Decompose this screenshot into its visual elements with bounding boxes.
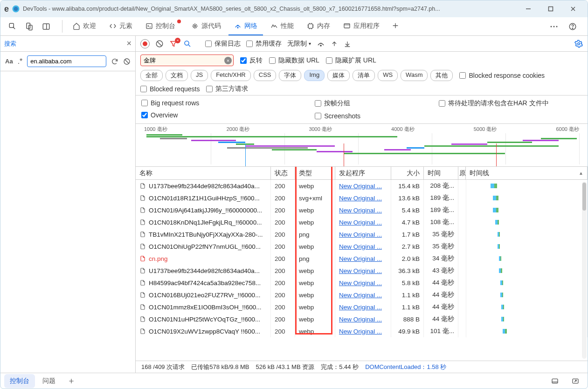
table-row[interactable]: H84599ac94bf7424ca5a3ba928ec758...200web…	[136, 277, 588, 289]
initiator-link[interactable]: New Original ...	[339, 292, 382, 299]
pill-all[interactable]: 全部	[140, 70, 163, 81]
table-row[interactable]: cn.png200pngNew Original ...2.0 kB34 毫秒	[136, 253, 588, 265]
col-waterfall[interactable]: 时间线▲	[466, 167, 588, 179]
har-pending-checkbox[interactable]: 将待处理的请求包含在HAR 文件中	[439, 99, 548, 108]
maximize-button[interactable]	[540, 2, 561, 16]
device-toggle-button[interactable]	[21, 18, 38, 35]
invert-checkbox[interactable]: 反转	[240, 56, 263, 65]
col-name[interactable]: 名称	[136, 167, 271, 179]
refresh-icon[interactable]	[111, 58, 118, 65]
drawer-add-button[interactable]	[63, 373, 80, 389]
pill-ws[interactable]: WS	[378, 70, 398, 81]
tab-sources[interactable]: 源代码	[186, 17, 227, 35]
preserve-log-checkbox[interactable]: 保留日志	[205, 40, 241, 48]
initiator-link[interactable]: New Original ...	[339, 328, 382, 335]
record-button[interactable]	[140, 39, 150, 48]
tab-performance[interactable]: 性能	[265, 17, 299, 35]
table-row[interactable]: O1CN018KnDNq1JleFgkjLRq_!!60000...200web…	[136, 216, 588, 228]
filter-toggle-button[interactable]: ×	[169, 40, 178, 48]
pill-wasm[interactable]: Wasm	[401, 70, 428, 81]
initiator-link[interactable]: New Original ...	[339, 267, 382, 274]
cancel-icon[interactable]	[123, 58, 131, 65]
minimize-button[interactable]	[518, 2, 539, 16]
table-row[interactable]: O1CN01i9Aj641atkjJJ9l6y_!!60000000...200…	[136, 204, 588, 216]
pill-js[interactable]: JS	[191, 70, 208, 81]
clear-button[interactable]	[155, 40, 164, 48]
throttling-select[interactable]: 无限制▾	[287, 40, 311, 48]
col-time[interactable]: 时间	[424, 167, 458, 179]
clear-filter-button[interactable]: ×	[224, 57, 232, 64]
initiator-link[interactable]: New Original ...	[339, 304, 382, 311]
initiator-link[interactable]: New Original ...	[339, 280, 382, 287]
table-row[interactable]: O1CN01mmz8xE1IO0BmI3sOH_!!600...200webpN…	[136, 301, 588, 313]
table-body[interactable]: U1737bee9fb2344de982fc8634ad40a...200web…	[136, 180, 588, 361]
disable-cache-checkbox[interactable]: 禁用缓存	[246, 40, 282, 48]
big-rows-checkbox[interactable]: Big request rows	[141, 99, 199, 107]
tab-application[interactable]: 应用程序	[338, 17, 385, 35]
dock-side-button[interactable]	[38, 18, 55, 35]
table-row[interactable]: U1737bee9fb2344de982fc8634ad40a...200web…	[136, 180, 588, 192]
settings-gear-icon[interactable]	[574, 40, 583, 48]
group-by-frame-checkbox[interactable]: 按帧分组	[315, 99, 360, 108]
table-row[interactable]: TB1vMInX21TBuNjy0FjXXajyXXa-280-...200pn…	[136, 228, 588, 240]
overview-timeline[interactable]: 1000 毫秒 2000 毫秒 3000 毫秒 4000 毫秒 5000 毫秒 …	[136, 124, 588, 167]
overview-checkbox[interactable]: Overview	[141, 111, 199, 119]
pill-doc[interactable]: 文档	[166, 70, 188, 81]
blocked-cookies-checkbox[interactable]: Blocked response cookies	[459, 72, 545, 79]
col-initiator[interactable]: 发起程序	[335, 167, 391, 179]
hide-data-url-checkbox[interactable]: 隐藏数据 URL	[269, 56, 319, 65]
pill-media[interactable]: 媒体	[327, 70, 350, 81]
more-button[interactable]	[546, 18, 562, 35]
tab-network[interactable]: 网络	[228, 17, 263, 35]
tab-console[interactable]: 控制台	[140, 17, 184, 35]
col-status[interactable]: 状态	[271, 167, 295, 179]
inspect-button[interactable]	[4, 18, 21, 35]
tab-welcome[interactable]: 欢迎	[67, 17, 102, 35]
initiator-link[interactable]: New Original ...	[339, 255, 382, 262]
table-row[interactable]: O1CN01OhiUgP22fNY7nmUGL_!!600...200webpN…	[136, 240, 588, 253]
drawer-tab-issues[interactable]: 问题	[37, 374, 61, 388]
pill-fetch[interactable]: Fetch/XHR	[211, 70, 251, 81]
initiator-link[interactable]: New Original ...	[339, 195, 382, 202]
export-har-icon[interactable]	[344, 40, 351, 48]
drawer-tab-console[interactable]: 控制台	[4, 374, 35, 388]
add-tab-button[interactable]	[387, 17, 404, 34]
tab-memory[interactable]: 内存	[301, 17, 336, 35]
screenshots-checkbox[interactable]: Screenshots	[315, 112, 360, 120]
match-case-icon[interactable]: Aa	[5, 58, 13, 65]
hide-ext-url-checkbox[interactable]: 隐藏扩展 URL	[326, 56, 376, 65]
table-row[interactable]: O1CN016BUj021eo2FUZ7RVr_!!6000...200webp…	[136, 289, 588, 301]
third-party-checkbox[interactable]: 第三方请求	[206, 85, 248, 93]
pill-manifest[interactable]: 清单	[353, 70, 375, 81]
initiator-link[interactable]: New Original ...	[339, 183, 382, 190]
col-extra[interactable]: 原	[458, 167, 466, 179]
help-button[interactable]	[564, 18, 581, 35]
import-har-icon[interactable]	[331, 40, 338, 48]
initiator-link[interactable]: New Original ...	[339, 316, 382, 323]
table-row[interactable]: O1CN019X2uWV1zwpp8CVaqY !!600...200webpN…	[136, 325, 588, 337]
blocked-requests-checkbox[interactable]: Blocked requests	[140, 85, 200, 93]
close-window-button[interactable]	[562, 2, 584, 16]
pill-css[interactable]: CSS	[254, 70, 277, 81]
initiator-link[interactable]: New Original ...	[339, 243, 382, 250]
pill-img[interactable]: Img	[304, 70, 325, 81]
initiator-link[interactable]: New Original ...	[339, 207, 382, 214]
search-input[interactable]	[27, 55, 106, 67]
col-type[interactable]: 类型	[295, 167, 335, 179]
regex-icon[interactable]: .*	[18, 57, 23, 66]
pill-font[interactable]: 字体	[279, 70, 301, 81]
pill-other[interactable]: 其他	[430, 70, 453, 81]
close-search-button[interactable]: ×	[126, 39, 131, 48]
initiator-link[interactable]: New Original ...	[339, 219, 382, 226]
table-row[interactable]: O1CN01N1uHPt25tWcYOqTGz_!!600...200webpN…	[136, 313, 588, 325]
table-row[interactable]: U1737bee9fb2344de982fc8634ad40a...200web…	[136, 265, 588, 277]
search-icon[interactable]	[183, 40, 192, 48]
drawer-popout-icon[interactable]	[567, 373, 584, 389]
col-size[interactable]: 大小	[391, 167, 424, 179]
network-conditions-icon[interactable]	[317, 40, 325, 48]
initiator-link[interactable]: New Original ...	[339, 231, 382, 238]
table-row[interactable]: O1CN01d18R1Z1H1GuiHHzpS_!!600...200svg+x…	[136, 192, 588, 204]
tab-elements[interactable]: 元素	[104, 17, 138, 35]
text-filter-input[interactable]	[140, 55, 234, 66]
drawer-dock-icon[interactable]	[546, 373, 563, 389]
